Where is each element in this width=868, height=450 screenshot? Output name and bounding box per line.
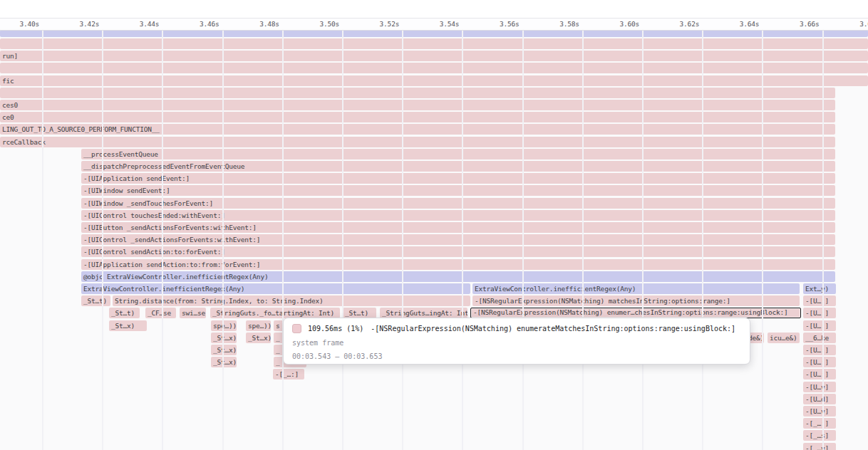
ruler-tick-label: 3.66s: [777, 20, 820, 28]
flame-frame[interactable]: -[UIControl sendAction:to:forEvent:]: [81, 246, 835, 257]
flame-frame[interactable]: [0, 38, 868, 49]
ruler-tick-label: 3.56s: [477, 20, 520, 28]
flame-frame[interactable]: -[U…v]: [803, 382, 836, 392]
gridline: [642, 30, 644, 450]
tooltip-time-range: 00:03.543 — 00:03.653: [292, 352, 741, 360]
flame-frame[interactable]: __processEventQueue: [81, 149, 835, 159]
flame-frame[interactable]: LING_OUT_TO_A_SOURCE0_PERFORM_FUNCTION__: [0, 124, 835, 135]
flame-frame[interactable]: _St…x): [246, 333, 271, 343]
flame-frame[interactable]: __dispatchPreprocessedEventFromEventQueu…: [81, 161, 835, 172]
flame-frame[interactable]: __6…ke: [803, 333, 836, 343]
flame-frame[interactable]: -[U…:]: [803, 320, 836, 331]
flame-frame[interactable]: -[U…:]: [803, 345, 836, 355]
flame-frame[interactable]: -[UIButton _sendActionsForEvents:withEve…: [81, 222, 835, 233]
flame-frame[interactable]: [0, 30, 868, 37]
flame-frame[interactable]: -[U…:]: [803, 357, 836, 367]
flame-frame[interactable]: Ext…y): [803, 283, 836, 294]
ruler-tick-label: 3.42s: [56, 20, 99, 28]
flame-frame[interactable]: swi…se: [180, 308, 206, 318]
ruler-tick-label: 3.50s: [296, 20, 339, 28]
ruler-tick-label: 3.68s: [837, 20, 868, 28]
ruler-tick-label: 3.48s: [237, 20, 279, 28]
flame-frame[interactable]: ExtraViewController.inefficientRegex(Any…: [81, 283, 470, 294]
ruler-tick-label: 3.44s: [116, 20, 159, 28]
flame-frame[interactable]: -[_…:]: [803, 418, 836, 429]
flame-frame[interactable]: ce0: [0, 112, 835, 122]
flame-frame[interactable]: _St…x): [109, 320, 147, 331]
timeline-ruler[interactable]: 3.40s3.42s3.44s3.46s3.48s3.50s3.52s3.54s…: [0, 18, 868, 31]
flame-frame[interactable]: -[UIApplication sendEvent:]: [81, 173, 835, 184]
gridline: [582, 30, 584, 450]
ruler-tick-label: 3.46s: [177, 20, 219, 28]
ruler-tick-label: 3.54s: [416, 20, 459, 28]
flame-frame[interactable]: _St…x): [211, 357, 237, 367]
tooltip-symbol-name: -[NSRegularExpression(NSMatching) enumer…: [371, 325, 735, 333]
ruler-tick-label: 3.62s: [656, 20, 699, 28]
flame-frame[interactable]: _St…x): [211, 345, 237, 355]
gridline: [102, 30, 103, 450]
instruments-flame-graph: 3.40s3.42s3.44s3.46s3.48s3.50s3.52s3.54s…: [0, 0, 868, 450]
flame-frame[interactable]: -[_…s]: [803, 430, 836, 441]
flame-frame[interactable]: -[UIControl _sendActionsForEvents:withEv…: [81, 234, 835, 245]
frame-tooltip: 109.56ms (1%) -[NSRegularExpression(NSMa…: [283, 318, 750, 365]
flame-frame[interactable]: _St…t): [109, 308, 140, 318]
flame-frame[interactable]: run]: [0, 51, 868, 61]
gridline: [222, 30, 224, 450]
gridline: [762, 30, 763, 450]
gridline: [702, 30, 703, 450]
flame-frame[interactable]: -[_…:]: [273, 369, 304, 380]
flame-frame[interactable]: _St…x): [211, 333, 237, 343]
flame-frame[interactable]: spe…)): [246, 320, 271, 331]
flame-frame[interactable]: -[UIWindow _sendTouchesForEvent:]: [81, 198, 835, 209]
flame-frame[interactable]: -[UIWindow sendEvent:]: [81, 185, 835, 196]
flame-chart[interactable]: run]ficces0ce0LING_OUT_TO_A_SOURCE0_PERF…: [0, 30, 868, 450]
flame-frame[interactable]: -[U…:]: [803, 295, 836, 306]
gridline: [342, 30, 343, 450]
flame-frame[interactable]: [0, 63, 868, 73]
flame-frame[interactable]: icu…e&): [768, 333, 800, 343]
flame-frame[interactable]: -[UIApplication sendAction:to:from:forEv…: [81, 259, 835, 270]
gridline: [282, 30, 284, 450]
gridline: [522, 30, 524, 450]
flame-frame[interactable]: [0, 88, 835, 98]
flame-frame[interactable]: @objc ExtraViewController.inefficientReg…: [81, 271, 835, 282]
flame-frame[interactable]: ces0: [0, 100, 835, 110]
flame-frame[interactable]: -[UIControl touchesEnded:withEvent:]: [81, 210, 835, 221]
flame-frame[interactable]: _St…t): [81, 295, 110, 306]
flame-frame[interactable]: String.distance(from: String.Index, to: …: [113, 295, 470, 306]
tooltip-title-row: 109.56ms (1%) -[NSRegularExpression(NSMa…: [292, 324, 741, 333]
gridline: [822, 30, 824, 450]
flame-frame[interactable]: -[U…:]: [803, 308, 836, 318]
frame-color-swatch-icon: [292, 324, 301, 333]
ruler-tick-label: 3.40s: [0, 20, 39, 28]
flame-frame[interactable]: -[U…v]: [803, 406, 836, 417]
flame-frame[interactable]: fic: [0, 75, 868, 86]
flame-frame[interactable]: spe…)): [211, 320, 237, 331]
ruler-tick-label: 3.60s: [596, 20, 639, 28]
flame-frame[interactable]: rceCallback: [0, 137, 835, 147]
flame-frame[interactable]: -[_…v]: [803, 443, 836, 450]
ruler-tick-label: 3.64s: [716, 20, 759, 28]
gridline: [162, 30, 163, 450]
gridline: [462, 30, 463, 450]
ruler-tick-label: 3.52s: [356, 20, 399, 28]
flame-frame[interactable]: -[U…:]: [803, 369, 836, 380]
tooltip-duration-stats: 109.56ms (1%): [308, 325, 363, 333]
gridline: [42, 30, 43, 450]
tooltip-frame-kind: system frame: [292, 339, 741, 347]
flame-frame[interactable]: -[U…d]: [803, 394, 836, 404]
gridline: [402, 30, 403, 450]
ruler-tick-label: 3.58s: [537, 20, 579, 28]
flame-frame[interactable]: _CF…se: [145, 308, 176, 318]
